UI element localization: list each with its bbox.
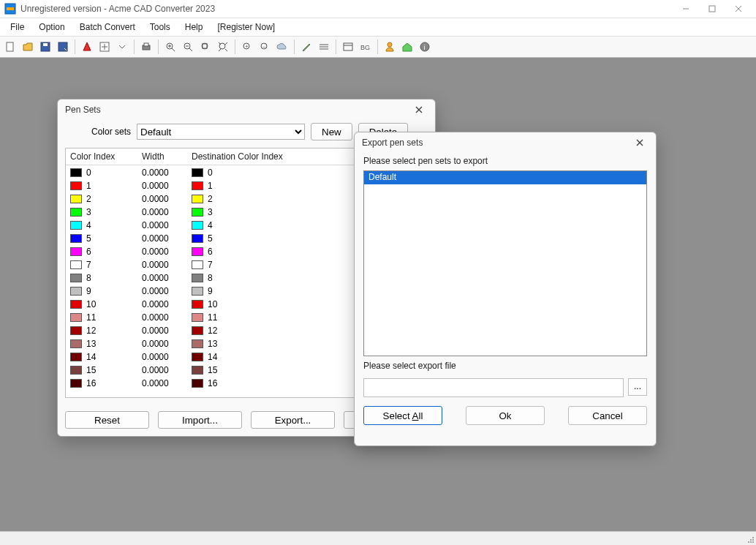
export-file-label: Please select export file — [355, 358, 656, 374]
person-icon[interactable] — [382, 40, 397, 54]
table-row[interactable]: 110.000011 — [66, 311, 373, 324]
table-row[interactable]: 10.00001 — [66, 179, 373, 192]
dialog-title: Export pen sets — [355, 132, 656, 153]
export-prompt: Please select pen sets to export — [355, 153, 656, 169]
dropdown-icon[interactable] — [115, 40, 129, 54]
brush-icon[interactable] — [299, 40, 314, 54]
reset-button[interactable]: Reset — [65, 411, 149, 429]
separator-icon — [75, 40, 75, 54]
statusbar — [0, 531, 756, 545]
minimize-button[interactable] — [673, 0, 699, 18]
list-item[interactable]: Default — [364, 171, 646, 184]
run-icon[interactable] — [80, 40, 94, 54]
table-row[interactable]: 00.00000 — [66, 166, 373, 179]
zoom-fit-icon[interactable] — [198, 40, 213, 54]
svg-rect-3 — [709, 6, 715, 12]
menu-batch-convert[interactable]: Batch Convert — [72, 20, 143, 34]
menu-help[interactable]: Help — [178, 20, 211, 34]
svg-rect-21 — [203, 44, 207, 48]
svg-rect-8 — [43, 43, 48, 46]
svg-point-41 — [750, 541, 752, 543]
svg-point-43 — [752, 539, 754, 541]
import-button[interactable]: Import... — [158, 411, 242, 429]
table-row[interactable]: 20.00002 — [66, 192, 373, 206]
table-row[interactable]: 130.000013 — [66, 337, 373, 350]
svg-rect-30 — [344, 43, 352, 50]
svg-text:BG: BG — [360, 44, 370, 51]
convert-icon[interactable] — [97, 40, 112, 54]
export-file-input[interactable] — [363, 378, 624, 397]
pen-sets-listbox[interactable]: Default — [363, 170, 647, 356]
table-row[interactable]: 120.000012 — [66, 324, 373, 337]
pen-grid: Color Index Width Destination Color Inde… — [65, 148, 374, 398]
svg-rect-1 — [7, 7, 14, 10]
bg-icon[interactable]: BG — [358, 40, 373, 54]
separator-icon — [134, 40, 135, 54]
pen-rows[interactable]: 00.0000010.0000120.0000230.0000340.00004… — [66, 166, 373, 397]
select-all-button[interactable]: Select All — [363, 406, 442, 425]
close-button[interactable] — [725, 0, 752, 18]
table-row[interactable]: 40.00004 — [66, 219, 373, 232]
table-row[interactable]: 140.000014 — [66, 350, 373, 364]
svg-rect-6 — [7, 42, 13, 51]
separator-icon — [377, 40, 378, 54]
new-icon[interactable] — [3, 40, 18, 54]
table-row[interactable]: 30.00003 — [66, 206, 373, 219]
save-icon[interactable] — [38, 40, 53, 54]
color-sets-select[interactable]: Default — [137, 124, 305, 140]
svg-point-42 — [748, 541, 749, 543]
dialog-title: Pen Sets — [58, 99, 435, 120]
table-row[interactable]: 50.00005 — [66, 232, 373, 245]
menu-tools[interactable]: Tools — [143, 20, 178, 34]
cancel-button[interactable]: Cancel — [568, 406, 647, 425]
zoom-select-icon[interactable] — [216, 40, 230, 54]
separator-icon — [235, 40, 235, 54]
resize-grip-icon[interactable] — [746, 535, 755, 544]
svg-point-33 — [388, 42, 392, 47]
table-row[interactable]: 100.000010 — [66, 298, 373, 311]
separator-icon — [294, 40, 295, 54]
menu-file[interactable]: File — [3, 20, 31, 34]
export-button[interactable]: Export... — [251, 411, 335, 429]
zoom-out-icon[interactable] — [181, 40, 195, 54]
table-row[interactable]: 90.00009 — [66, 285, 373, 298]
zoom-minus-icon[interactable]: – — [257, 40, 272, 54]
svg-point-44 — [750, 539, 752, 541]
color-sets-label: Color sets — [67, 127, 131, 137]
window-icon[interactable] — [341, 40, 355, 54]
table-row[interactable]: 70.00007 — [66, 258, 373, 271]
svg-line-18 — [189, 48, 192, 51]
zoom-plus-icon[interactable]: + — [240, 40, 254, 54]
titlebar: Unregistered version - Acme CAD Converte… — [0, 0, 756, 18]
toolbar: + – BG i — [0, 37, 756, 58]
separator-icon — [336, 40, 336, 54]
menubar: File Option Batch Convert Tools Help [Re… — [0, 18, 756, 37]
app-logo-icon — [4, 3, 16, 15]
close-icon[interactable] — [410, 101, 428, 119]
save-as-icon[interactable] — [56, 40, 70, 54]
svg-point-45 — [752, 537, 754, 538]
col-dest-color-index[interactable]: Destination Color Index — [192, 151, 368, 162]
open-icon[interactable] — [20, 40, 35, 54]
home-icon[interactable] — [400, 40, 415, 54]
table-row[interactable]: 60.00006 — [66, 245, 373, 258]
print-icon[interactable] — [139, 40, 154, 54]
maximize-button[interactable] — [699, 0, 725, 18]
table-row[interactable]: 80.00008 — [66, 271, 373, 285]
new-button[interactable]: New — [311, 123, 352, 140]
table-row[interactable]: 160.000016 — [66, 377, 373, 390]
close-icon[interactable] — [631, 134, 649, 151]
ok-button[interactable]: Ok — [466, 406, 545, 425]
browse-button[interactable]: ... — [628, 378, 647, 396]
svg-rect-12 — [144, 43, 148, 46]
cloud-icon[interactable] — [275, 40, 290, 54]
zoom-in-icon[interactable] — [163, 40, 178, 54]
table-row[interactable]: 150.000015 — [66, 364, 373, 377]
separator-icon — [158, 40, 159, 54]
menu-register[interactable]: [Register Now] — [210, 20, 282, 34]
info-icon[interactable]: i — [417, 40, 432, 54]
menu-option[interactable]: Option — [31, 20, 72, 34]
col-color-index[interactable]: Color Index — [70, 151, 136, 162]
lines-icon[interactable] — [317, 40, 331, 54]
col-width[interactable]: Width — [142, 151, 186, 162]
